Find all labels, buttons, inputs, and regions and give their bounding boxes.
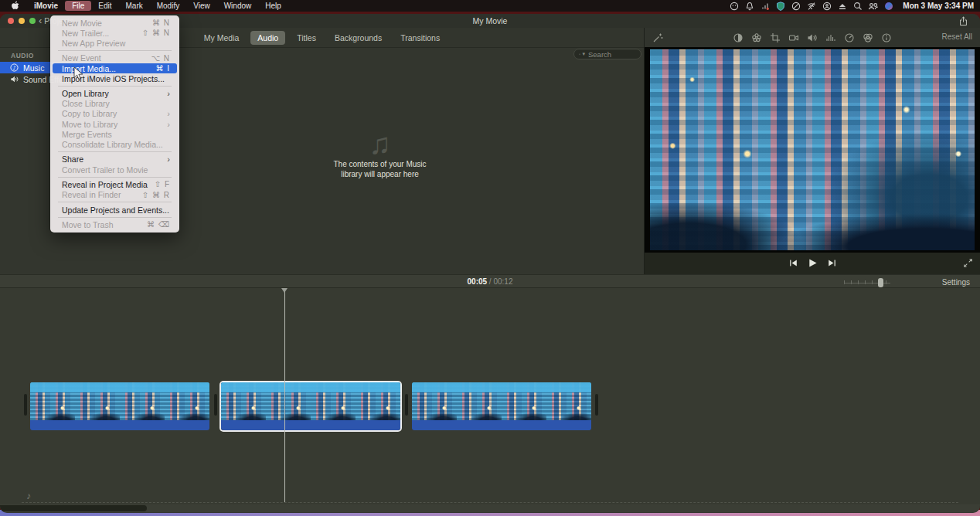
zoom-slider-thumb[interactable] <box>878 278 883 287</box>
reset-all-button[interactable]: Reset All <box>942 32 972 41</box>
search-input[interactable] <box>587 49 636 59</box>
menu-item-new-movie: New Movie⌘ N <box>53 18 177 28</box>
menu-help[interactable]: Help <box>258 1 288 11</box>
viewer-image-area <box>645 47 980 253</box>
submenu-arrow-icon: › <box>167 109 170 118</box>
apple-menu-icon[interactable] <box>0 0 27 12</box>
timeline-settings-button[interactable]: Settings <box>942 278 970 287</box>
cloud-icon[interactable] <box>788 1 804 11</box>
fullscreen-icon[interactable] <box>964 259 972 267</box>
eject-icon[interactable] <box>835 1 850 11</box>
tab-titles[interactable]: Titles <box>290 31 323 45</box>
menu-edit[interactable]: Edit <box>91 1 118 11</box>
tab-audio[interactable]: Audio <box>250 31 285 45</box>
total-time: 00:12 <box>493 277 512 286</box>
timeline-clip-3[interactable] <box>412 382 591 430</box>
speaker-icon <box>9 75 19 83</box>
trim-handle[interactable] <box>405 394 408 416</box>
wifi-off-icon[interactable] <box>804 1 819 11</box>
stabilization-icon[interactable] <box>788 32 800 43</box>
menu-item-reveal-in-project-media[interactable]: Reveal in Project Media⇧ F <box>53 179 177 189</box>
clip-frame <box>356 382 400 420</box>
noise-reduction-icon[interactable] <box>825 32 837 43</box>
tab-transitions[interactable]: Transitions <box>393 31 447 45</box>
menu-item-share[interactable]: Share› <box>53 154 177 165</box>
svg-text:♪: ♪ <box>12 65 15 71</box>
timeline-header: 00:05 / 00:12 Settings <box>0 274 980 288</box>
menu-divider <box>58 50 172 51</box>
menu-shortcut: ⌘ N <box>152 19 170 27</box>
menu-divider <box>58 177 172 178</box>
screen-share-icon[interactable] <box>819 1 835 11</box>
menu-item-import-media[interactable]: Import Media...⌘ I <box>53 63 177 73</box>
play-button[interactable] <box>808 258 818 268</box>
menu-item-update-projects-and-events[interactable]: Update Projects and Events... <box>53 205 177 215</box>
menubar-clock[interactable]: Mon 3 May 3:34 PM <box>897 2 974 10</box>
trim-handle[interactable] <box>214 394 217 416</box>
menu-shortcut: ⇧ ⌘ N <box>142 29 170 37</box>
playhead[interactable] <box>284 288 285 502</box>
tab-backgrounds[interactable]: Backgrounds <box>328 31 389 45</box>
assistant-icon[interactable] <box>726 1 742 11</box>
user-switch-icon[interactable] <box>866 1 881 11</box>
menu-item-new-event: New Event⌥ N <box>53 53 177 63</box>
scrollbar-thumb[interactable] <box>0 505 147 511</box>
menu-file[interactable]: File <box>65 1 91 11</box>
menu-item-move-to-library: Move to Library› <box>53 119 177 129</box>
meter-icon[interactable] <box>757 1 773 11</box>
clip-frame <box>546 382 591 420</box>
clip-audio-waveform <box>221 420 400 430</box>
clip-frame <box>266 382 311 420</box>
timeline-clip-2[interactable] <box>221 382 400 430</box>
previous-frame-button[interactable] <box>789 259 798 267</box>
menu-imovie[interactable]: iMovie <box>27 1 65 11</box>
submenu-arrow-icon: › <box>167 154 170 164</box>
clip-frame <box>502 382 546 420</box>
share-icon[interactable] <box>959 16 968 26</box>
submenu-arrow-icon: › <box>167 120 170 129</box>
shield-icon[interactable] <box>773 1 788 11</box>
timeline-clip-1[interactable] <box>30 382 209 430</box>
menu-view[interactable]: View <box>186 1 217 11</box>
menu-item-consolidate-library-media: Consolidate Library Media... <box>53 139 177 149</box>
color-correction-icon[interactable] <box>751 32 763 43</box>
menu-window[interactable]: Window <box>217 1 259 11</box>
trim-handle[interactable] <box>595 394 598 416</box>
menu-shortcut: ⌘ ⌫ <box>147 220 170 229</box>
menu-modify[interactable]: Modify <box>150 1 186 11</box>
color-balance-icon[interactable] <box>733 32 744 43</box>
trim-handle[interactable] <box>24 394 27 416</box>
speed-icon[interactable] <box>844 32 856 43</box>
menu-item-import-imovie-ios-projects[interactable]: Import iMovie iOS Projects... <box>53 73 177 83</box>
next-frame-button[interactable] <box>828 259 836 267</box>
menu-shortcut: ⇧ ⌘ R <box>142 191 170 199</box>
clip-frame <box>30 382 75 420</box>
clip-thumbnails <box>412 382 591 420</box>
filters-icon[interactable] <box>863 32 874 43</box>
volume-icon[interactable] <box>807 32 818 43</box>
menu-item-merge-events: Merge Events <box>53 129 177 139</box>
clip-thumbnails <box>30 382 209 420</box>
info-icon[interactable] <box>881 32 893 43</box>
current-time: 00:05 <box>468 277 488 286</box>
menu-bar: iMovieFileEditMarkModifyViewWindowHelp M… <box>0 0 980 12</box>
tab-my-media[interactable]: My Media <box>197 31 247 45</box>
menu-item-open-library[interactable]: Open Library› <box>53 89 177 99</box>
notification-icon[interactable] <box>742 1 757 11</box>
music-notes-icon: ♫ <box>116 128 644 159</box>
siri-icon[interactable] <box>881 1 897 11</box>
menu-item-new-app-preview: New App Preview <box>53 38 177 48</box>
sidebar-section-header: AUDIO <box>11 52 34 59</box>
timeline-zoom-slider[interactable] <box>844 280 890 284</box>
menu-divider <box>58 202 172 202</box>
viewer-panel: Reset All <box>644 28 980 274</box>
menu-shortcut: ⇧ F <box>155 180 170 188</box>
menu-mark[interactable]: Mark <box>118 1 149 11</box>
menu-item-copy-to-library: Copy to Library› <box>53 109 177 119</box>
menu-divider <box>58 151 172 152</box>
crop-icon[interactable] <box>770 32 781 43</box>
timeline-scrollbar <box>0 504 980 512</box>
search-field[interactable]: ▾ <box>573 49 641 59</box>
spotlight-icon[interactable] <box>850 1 866 11</box>
clip-frame <box>120 382 165 420</box>
